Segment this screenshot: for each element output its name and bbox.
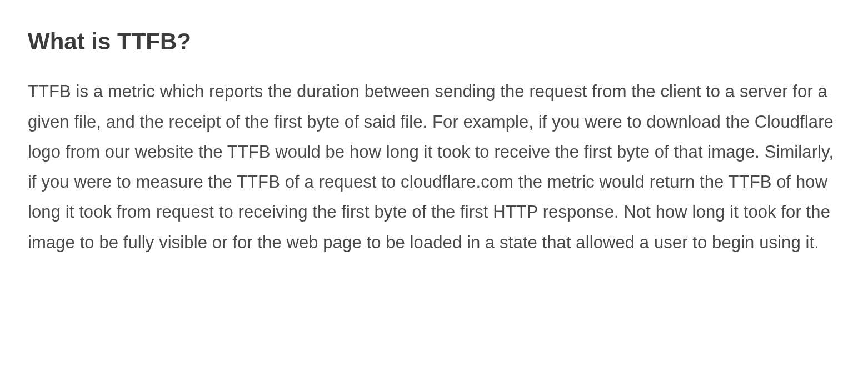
section-heading: What is TTFB? — [28, 28, 840, 56]
section-paragraph: TTFB is a metric which reports the durat… — [28, 77, 840, 258]
article-section: What is TTFB? TTFB is a metric which rep… — [28, 28, 840, 258]
